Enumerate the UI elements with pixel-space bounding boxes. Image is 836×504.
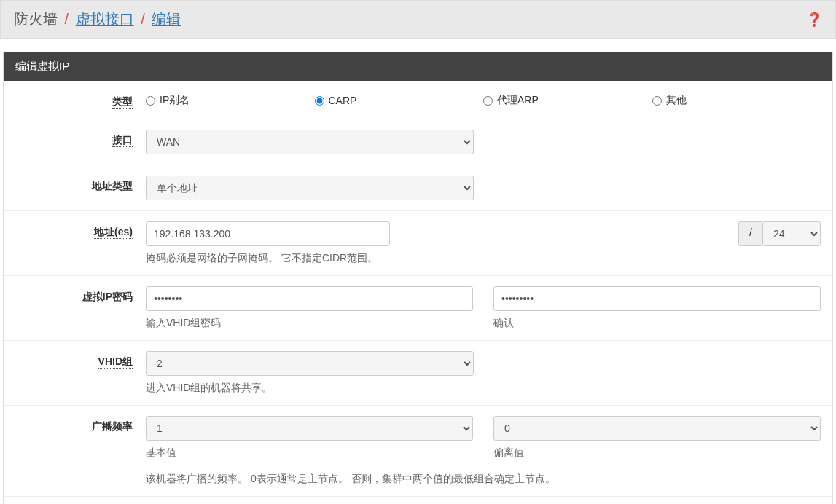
vip-password-confirm-input[interactable] — [493, 286, 821, 311]
breadcrumb: 防火墙 / 虚拟接口 / 编辑 — [14, 9, 181, 29]
row-address-type: 地址类型 单个地址 — [4, 165, 832, 211]
breadcrumb-virtual-interface[interactable]: 虚拟接口 — [76, 11, 134, 27]
row-frequency: 广播频率 1 基本值 0 偏离值 该机 — [4, 406, 832, 497]
breadcrumb-separator: / — [141, 11, 145, 27]
breadcrumb-root: 防火墙 — [14, 11, 58, 27]
vip-password-confirm-help: 确认 — [493, 317, 821, 330]
row-interface: 接口 WAN — [4, 119, 832, 165]
row-address: 地址(es) / 24 掩码必须是网络的子网掩码。 它不指定CIDR范围。 — [4, 211, 832, 276]
frequency-base-select[interactable]: 1 — [146, 416, 473, 441]
label-address-type: 地址类型 — [92, 180, 133, 192]
cidr-group: / 24 — [738, 221, 821, 246]
panel-title: 编辑虚拟IP — [4, 52, 832, 81]
cidr-slash: / — [738, 221, 762, 246]
row-vip-password: 虚拟IP密码 输入VHID组密码 确认 — [4, 276, 832, 341]
label-vhid: VHID组 — [98, 355, 133, 369]
breadcrumb-edit[interactable]: 编辑 — [152, 11, 181, 27]
label-address: 地址(es) — [94, 226, 133, 239]
page-header: 防火墙 / 虚拟接口 / 编辑 ❓ — [0, 0, 836, 39]
address-help: 掩码必须是网络的子网掩码。 它不指定CIDR范围。 — [146, 252, 821, 265]
row-description: 描述 在这里输入描述以供参考。 — [4, 497, 832, 504]
frequency-skew-select[interactable]: 0 — [493, 416, 821, 441]
address-type-select[interactable]: 单个地址 — [146, 176, 474, 200]
address-input[interactable] — [146, 221, 390, 246]
label-interface: 接口 — [112, 134, 133, 147]
label-type: 类型 — [112, 95, 133, 109]
frequency-skew-help: 偏离值 — [493, 446, 821, 460]
radio-proxyarp[interactable]: 代理ARP — [483, 94, 652, 107]
vip-password-help: 输入VHID组密码 — [146, 317, 473, 330]
frequency-base-help: 基本值 — [146, 446, 473, 460]
frequency-description: 该机器将广播的频率。 0表示通常是主节点。 否则，集群中两个值的最低组合确定主节… — [146, 473, 821, 486]
vip-password-input[interactable] — [146, 286, 473, 311]
edit-virtual-ip-panel: 编辑虚拟IP 类型 IP别名 CARP 代理ARP 其他 接口 WAN — [3, 52, 833, 504]
row-vhid: VHID组 2 进入VHID组的机器将共享。 — [4, 341, 832, 406]
help-icon[interactable]: ❓ — [806, 12, 822, 28]
interface-select[interactable]: WAN — [146, 130, 474, 154]
radio-other[interactable]: 其他 — [652, 94, 821, 107]
radio-ipalias[interactable]: IP别名 — [146, 94, 315, 107]
radio-carp[interactable]: CARP — [315, 94, 484, 107]
row-type: 类型 IP别名 CARP 代理ARP 其他 — [4, 81, 832, 119]
label-vip-password: 虚拟IP密码 — [82, 291, 133, 302]
type-radio-group: IP别名 CARP 代理ARP 其他 — [146, 91, 821, 107]
cidr-select[interactable]: 24 — [762, 221, 821, 246]
vhid-select[interactable]: 2 — [146, 351, 474, 376]
label-frequency: 广播频率 — [92, 420, 133, 433]
breadcrumb-separator: / — [65, 11, 69, 27]
vhid-help: 进入VHID组的机器将共享。 — [146, 382, 821, 395]
